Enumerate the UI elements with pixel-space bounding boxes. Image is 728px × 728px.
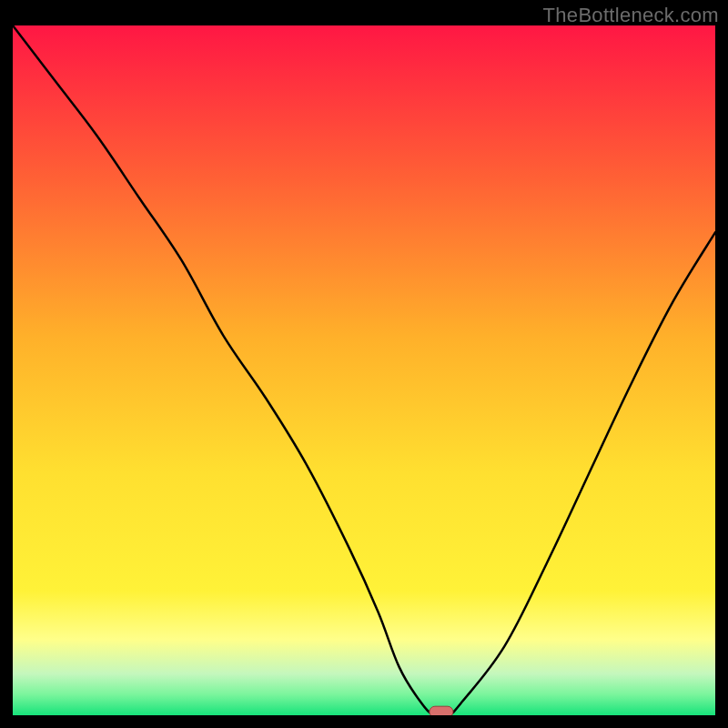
- optimum-marker: [430, 706, 453, 715]
- watermark-text: TheBottleneck.com: [543, 4, 719, 27]
- bottleneck-chart: [13, 25, 715, 715]
- gradient-background: [13, 25, 715, 715]
- plot-area: [13, 25, 715, 715]
- chart-frame: TheBottleneck.com: [0, 0, 728, 728]
